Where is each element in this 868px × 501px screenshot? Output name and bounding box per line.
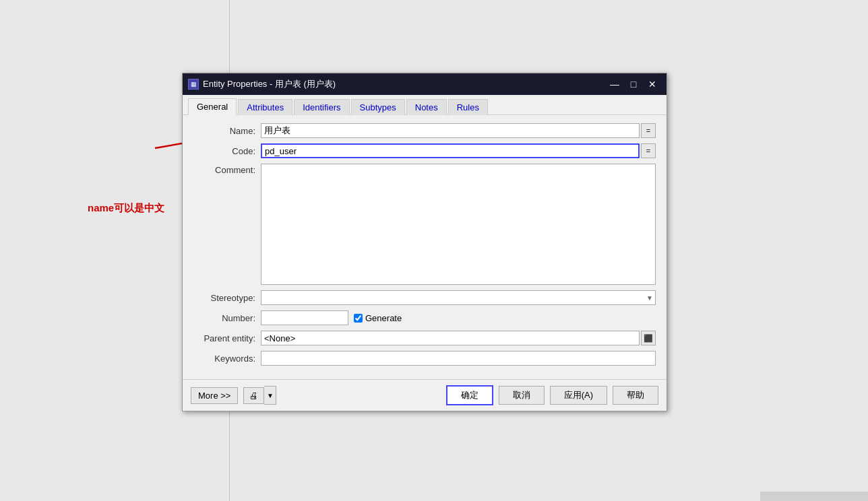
comment-row: Comment: <box>193 164 656 285</box>
close-button[interactable]: ✕ <box>644 77 661 91</box>
stereotype-select-wrap <box>261 290 656 305</box>
generate-label-text: Generate <box>365 313 402 323</box>
more-button[interactable]: More >> <box>191 387 238 404</box>
title-bar-controls: — □ ✕ <box>606 77 661 91</box>
confirm-button[interactable]: 确定 <box>446 385 493 405</box>
keywords-label: Keywords: <box>193 354 261 364</box>
code-label: Code: <box>193 146 261 156</box>
name-input[interactable] <box>261 123 640 138</box>
code-input[interactable] <box>261 143 640 158</box>
parent-entity-label: Parent entity: <box>193 333 261 343</box>
dialog-icon-symbol: ▦ <box>191 81 197 88</box>
stereotype-label: Stereotype: <box>193 293 261 303</box>
print-button-wrap: 🖨 ▼ <box>243 386 276 405</box>
entity-properties-dialog: ▦ Entity Properties - 用户表 (用户表) — □ ✕ Ge… <box>182 73 667 411</box>
apply-button[interactable]: 应用(A) <box>550 386 607 405</box>
comment-textarea[interactable] <box>261 164 656 285</box>
comment-label: Comment: <box>193 164 261 285</box>
parent-entity-row: Parent entity: ⬛ <box>193 331 656 345</box>
number-row: Number: Generate <box>193 310 656 325</box>
tab-bar: General Attributes Identifiers Subtypes … <box>183 95 666 115</box>
number-label: Number: <box>193 313 261 323</box>
minimize-button[interactable]: — <box>606 77 623 91</box>
number-input[interactable] <box>261 310 348 325</box>
parent-entity-input[interactable] <box>261 331 640 345</box>
dialog-footer: More >> 🖨 ▼ 确定 取消 应用(A) 帮助 <box>183 379 666 411</box>
maximize-button[interactable]: □ <box>625 77 642 91</box>
code-row: Code: = <box>193 143 656 158</box>
print-icon: 🖨 <box>249 391 258 401</box>
print-button[interactable]: 🖨 <box>243 387 264 404</box>
code-ellipsis-button[interactable]: = <box>641 143 656 158</box>
print-dropdown-button[interactable]: ▼ <box>264 386 276 405</box>
stereotype-row: Stereotype: <box>193 290 656 305</box>
annotation-name-text: name可以是中文 <box>88 202 164 215</box>
horizontal-scrollbar[interactable] <box>760 492 868 501</box>
tab-rules[interactable]: Rules <box>448 99 488 115</box>
parent-input-wrap: ⬛ <box>261 331 656 345</box>
tab-subtypes[interactable]: Subtypes <box>351 99 405 115</box>
generate-checkbox[interactable] <box>354 314 363 323</box>
cancel-button[interactable]: 取消 <box>499 386 545 405</box>
stereotype-select[interactable] <box>261 290 656 305</box>
name-input-wrap: = <box>261 123 656 138</box>
dialog-content: Name: = Code: = Comment: Stereotype: <box>183 115 666 379</box>
tab-attributes[interactable]: Attributes <box>238 99 292 115</box>
name-label: Name: <box>193 126 261 136</box>
dialog-icon: ▦ <box>188 79 199 90</box>
name-ellipsis-button[interactable]: = <box>641 123 656 138</box>
dialog-title: Entity Properties - 用户表 (用户表) <box>203 78 336 90</box>
code-input-wrap: = <box>261 143 656 158</box>
tab-notes[interactable]: Notes <box>406 99 447 115</box>
tab-identifiers[interactable]: Identifiers <box>294 99 349 115</box>
keywords-input[interactable] <box>261 351 656 366</box>
keywords-row: Keywords: <box>193 351 656 366</box>
help-button[interactable]: 帮助 <box>613 386 658 405</box>
title-bar: ▦ Entity Properties - 用户表 (用户表) — □ ✕ <box>183 73 666 95</box>
parent-browse-button[interactable]: ⬛ <box>641 331 656 345</box>
tab-general[interactable]: General <box>188 98 237 115</box>
title-bar-left: ▦ Entity Properties - 用户表 (用户表) <box>188 78 336 90</box>
generate-checkbox-label[interactable]: Generate <box>354 313 402 323</box>
name-row: Name: = <box>193 123 656 138</box>
